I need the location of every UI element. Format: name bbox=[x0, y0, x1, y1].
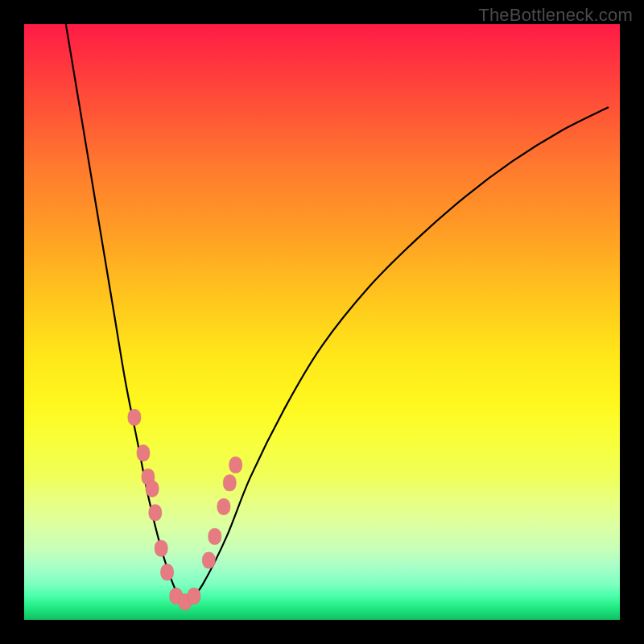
scatter-point bbox=[155, 540, 167, 556]
plot-area bbox=[24, 24, 620, 620]
scatter-point bbox=[217, 498, 230, 514]
chart-frame: TheBottleneck.com bbox=[0, 0, 644, 644]
curve-right-branch bbox=[185, 108, 608, 609]
scatter-point bbox=[149, 505, 162, 521]
scatter-point bbox=[128, 409, 141, 425]
scatter-point bbox=[229, 457, 242, 473]
watermark-text: TheBottleneck.com bbox=[478, 5, 633, 26]
curve-left-branch bbox=[66, 24, 185, 608]
scatter-point bbox=[202, 552, 215, 568]
scatter-point bbox=[208, 528, 221, 544]
chart-svg bbox=[24, 24, 620, 620]
scatter-points-group bbox=[128, 409, 242, 609]
scatter-point bbox=[137, 445, 150, 461]
scatter-point bbox=[223, 475, 236, 491]
scatter-point bbox=[146, 481, 159, 497]
scatter-point bbox=[188, 588, 200, 604]
scatter-point bbox=[161, 564, 174, 580]
